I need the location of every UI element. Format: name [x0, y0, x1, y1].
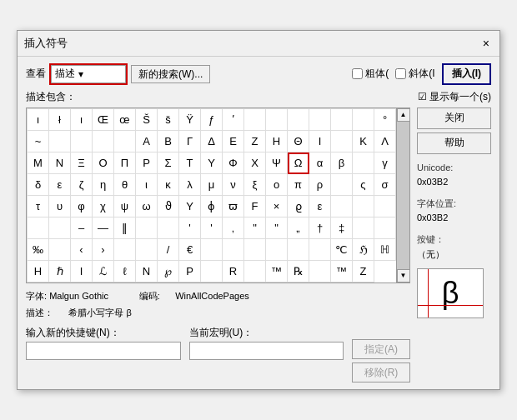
- symbol-cell[interactable]: ‡: [331, 218, 353, 239]
- symbol-cell[interactable]: [353, 196, 374, 218]
- symbol-cell[interactable]: [353, 152, 374, 174]
- symbol-cell[interactable]: [309, 261, 331, 282]
- symbol-cell[interactable]: O: [93, 152, 114, 174]
- symbol-cell[interactable]: [114, 239, 136, 261]
- symbol-cell[interactable]: [288, 109, 309, 131]
- symbol-cell[interactable]: Ψ: [266, 152, 288, 174]
- symbol-cell[interactable]: E: [223, 131, 244, 152]
- symbol-cell[interactable]: ™: [266, 261, 288, 282]
- symbol-cell[interactable]: [136, 239, 158, 261]
- symbol-cell[interactable]: ρ: [309, 174, 331, 196]
- symbol-cell[interactable]: ‰: [28, 239, 49, 261]
- symbol-cell[interactable]: €: [179, 239, 201, 261]
- symbol-cell[interactable]: Π: [114, 152, 136, 174]
- close-button[interactable]: 关闭: [417, 108, 491, 129]
- symbol-cell[interactable]: K: [353, 131, 374, 152]
- symbol-cell[interactable]: Θ: [288, 131, 309, 152]
- symbol-cell[interactable]: [331, 196, 353, 218]
- symbol-cell[interactable]: Z: [353, 261, 374, 282]
- symbol-cell[interactable]: ~: [28, 131, 49, 152]
- symbol-cell[interactable]: [353, 218, 374, 239]
- symbol-cell[interactable]: ℏ: [49, 261, 71, 282]
- symbol-cell[interactable]: [331, 131, 353, 152]
- symbol-cell[interactable]: [49, 239, 71, 261]
- symbol-cell[interactable]: X: [244, 152, 266, 174]
- symbol-cell[interactable]: ': [179, 218, 201, 239]
- symbol-cell[interactable]: ϱ: [288, 196, 309, 218]
- symbol-cell[interactable]: ı: [28, 109, 49, 131]
- symbol-cell[interactable]: ε: [49, 174, 71, 196]
- symbol-cell[interactable]: [266, 239, 288, 261]
- symbol-cell[interactable]: [244, 261, 266, 282]
- symbol-cell[interactable]: α: [309, 152, 331, 174]
- symbol-cell[interactable]: —: [93, 218, 114, 239]
- symbol-cell[interactable]: T: [179, 152, 201, 174]
- symbol-cell[interactable]: [49, 131, 71, 152]
- symbol-cell[interactable]: ': [201, 218, 223, 239]
- symbol-cell[interactable]: υ: [49, 196, 71, 218]
- symbol-cell[interactable]: χ: [93, 196, 114, 218]
- symbol-cell[interactable]: δ: [28, 174, 49, 196]
- symbol-cell[interactable]: I: [309, 131, 331, 152]
- symbol-cell[interactable]: Z: [244, 131, 266, 152]
- remove-button[interactable]: 移除(R): [352, 362, 410, 382]
- symbol-cell[interactable]: ı: [71, 109, 93, 131]
- scroll-down-button[interactable]: ▼: [397, 269, 410, 282]
- symbol-cell[interactable]: ϑ: [158, 196, 179, 218]
- symbol-cell[interactable]: [331, 174, 353, 196]
- symbol-cell[interactable]: M: [28, 152, 49, 174]
- symbol-cell[interactable]: ›: [93, 239, 114, 261]
- symbol-cell[interactable]: [28, 218, 49, 239]
- symbol-cell[interactable]: Φ: [223, 152, 244, 174]
- show-each-label[interactable]: ☑ 显示每一个(s): [418, 90, 491, 104]
- symbol-cell[interactable]: [114, 131, 136, 152]
- symbol-cell[interactable]: [49, 218, 71, 239]
- symbol-cell[interactable]: [331, 109, 353, 131]
- symbol-cell[interactable]: π: [288, 174, 309, 196]
- symbol-cell[interactable]: [93, 131, 114, 152]
- symbol-cell[interactable]: Ÿ: [179, 109, 201, 131]
- symbol-cell[interactable]: š: [158, 109, 179, 131]
- symbol-cell[interactable]: ł: [49, 109, 71, 131]
- symbol-cell[interactable]: [374, 218, 396, 239]
- symbol-cell[interactable]: H: [266, 131, 288, 152]
- symbol-cell[interactable]: ω: [136, 196, 158, 218]
- symbol-cell[interactable]: B: [158, 131, 179, 152]
- symbol-cell[interactable]: [353, 109, 374, 131]
- assign-button[interactable]: 指定(A): [352, 339, 410, 359]
- new-shortcut-input[interactable]: [26, 342, 181, 360]
- symbol-cell[interactable]: [201, 239, 223, 261]
- symbol-cell[interactable]: κ: [158, 174, 179, 196]
- bold-checkbox[interactable]: [352, 68, 363, 79]
- symbol-cell[interactable]: †: [309, 218, 331, 239]
- symbol-cell[interactable]: [223, 239, 244, 261]
- symbol-cell[interactable]: [244, 239, 266, 261]
- symbol-cell[interactable]: ℘: [158, 261, 179, 282]
- symbol-cell[interactable]: ƒ: [201, 109, 223, 131]
- symbol-cell[interactable]: R: [223, 261, 244, 282]
- symbol-cell[interactable]: H: [28, 261, 49, 282]
- symbol-cell[interactable]: ‖: [114, 218, 136, 239]
- symbol-cell[interactable]: ×: [266, 196, 288, 218]
- symbol-cell[interactable]: ™: [331, 261, 353, 282]
- symbol-cell[interactable]: ℒ: [93, 261, 114, 282]
- symbol-cell[interactable]: Σ: [158, 152, 179, 174]
- symbol-cell[interactable]: ϕ: [201, 196, 223, 218]
- symbol-cell[interactable]: [374, 196, 396, 218]
- symbol-cell[interactable]: ϖ: [223, 196, 244, 218]
- new-search-button[interactable]: 新的搜索(W)...: [131, 65, 210, 83]
- symbol-cell[interactable]: γ: [374, 152, 396, 174]
- symbol-cell[interactable]: [309, 239, 331, 261]
- symbol-cell[interactable]: ʹ: [223, 109, 244, 131]
- symbol-cell[interactable]: φ: [71, 196, 93, 218]
- symbol-cell[interactable]: A: [136, 131, 158, 152]
- symbol-cell[interactable]: Υ: [179, 196, 201, 218]
- symbol-cell[interactable]: ν: [223, 174, 244, 196]
- symbol-cell[interactable]: N: [136, 261, 158, 282]
- italic-checkbox-label[interactable]: 斜体(I: [395, 67, 434, 81]
- scroll-up-button[interactable]: ▲: [397, 108, 410, 122]
- symbol-cell[interactable]: [201, 261, 223, 282]
- symbol-cell[interactable]: [288, 239, 309, 261]
- symbol-cell[interactable]: [266, 109, 288, 131]
- symbol-cell[interactable]: ξ: [244, 174, 266, 196]
